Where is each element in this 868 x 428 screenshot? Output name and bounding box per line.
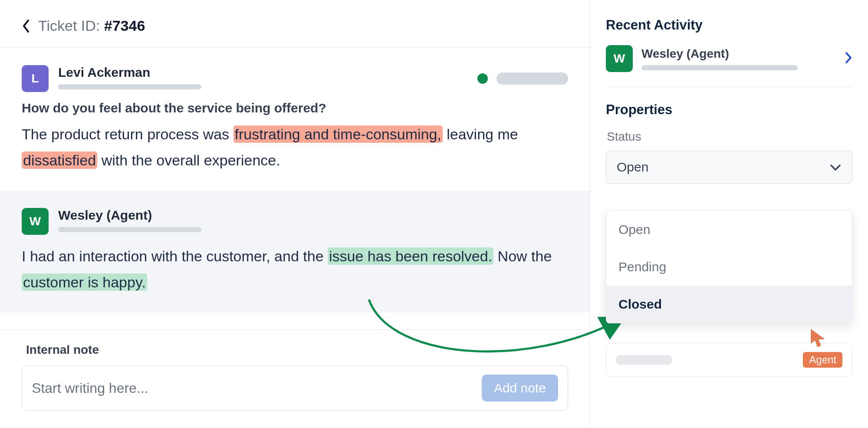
status-option-pending[interactable]: Pending (606, 248, 852, 286)
agent-sender-block: Wesley (Agent) (58, 208, 201, 232)
properties-section: Properties Status Open (606, 87, 852, 184)
agent-message: W Wesley (Agent) I had an interaction wi… (0, 191, 590, 313)
positive-highlight: issue has been resolved. (328, 247, 493, 265)
main-panel: Ticket ID: #7346 L Levi Ackerman How (0, 0, 590, 428)
agent-message-body: I had an interaction with the customer, … (22, 244, 568, 295)
activity-meta-skeleton (641, 65, 798, 70)
positive-highlight: customer is happy. (22, 273, 147, 291)
agent-meta-skeleton (58, 227, 201, 232)
customer-avatar: L (22, 65, 49, 92)
status-select-value: Open (617, 160, 648, 174)
ticket-id-prefix: Ticket ID: (38, 17, 104, 34)
survey-question: How do you feel about the service being … (22, 101, 568, 115)
activity-item[interactable]: W Wesley (Agent) (606, 45, 852, 87)
ticket-header: Ticket ID: #7346 (0, 0, 590, 48)
agent-field[interactable]: Agent (606, 343, 852, 377)
presence-dot-icon (477, 73, 488, 84)
body-text-fragment: with the overall experience. (97, 152, 280, 168)
app-frame: Ticket ID: #7346 L Levi Ackerman How (0, 0, 868, 428)
internal-note-input[interactable] (32, 380, 473, 396)
customer-message-header: L Levi Ackerman (22, 65, 568, 92)
negative-highlight: frustrating and time-consuming, (233, 125, 443, 143)
body-text-fragment: I had an interaction with the customer, … (22, 248, 328, 264)
ticket-id-value: #7346 (104, 17, 145, 34)
status-label: Status (607, 130, 852, 144)
status-select[interactable]: Open (606, 151, 852, 184)
chevron-down-icon (829, 160, 842, 174)
status-dropdown: Open Pending Closed (606, 211, 852, 323)
negative-highlight: dissatisfied (22, 151, 97, 169)
activity-avatar: W (606, 45, 633, 72)
agent-message-header: W Wesley (Agent) (22, 208, 568, 235)
recent-activity-heading: Recent Activity (606, 17, 852, 33)
agent-badge: Agent (803, 352, 842, 368)
agent-avatar: W (22, 208, 49, 235)
presence-label-skeleton (496, 72, 568, 85)
presence-indicator (477, 72, 568, 85)
customer-message: L Levi Ackerman How do you feel about th… (0, 48, 590, 191)
activity-name: Wesley (Agent) (641, 47, 798, 61)
customer-meta-skeleton (58, 84, 201, 89)
sidebar-panel: Recent Activity W Wesley (Agent) Propert… (590, 0, 868, 428)
body-text-fragment: The product return process was (22, 126, 233, 142)
message-list: L Levi Ackerman How do you feel about th… (0, 48, 590, 329)
chevron-right-icon (845, 51, 852, 66)
customer-message-body: The product return process was frustrati… (22, 122, 568, 173)
internal-note-section: Internal note Add note (0, 329, 590, 428)
customer-name: Levi Ackerman (58, 65, 201, 80)
body-text-fragment: leaving me (443, 126, 518, 142)
back-chevron-icon[interactable] (22, 19, 30, 33)
agent-name: Wesley (Agent) (58, 208, 201, 223)
ticket-id-label: Ticket ID: #7346 (38, 17, 145, 34)
internal-note-label: Internal note (26, 343, 568, 357)
properties-heading: Properties (606, 102, 852, 118)
status-option-closed[interactable]: Closed (606, 286, 852, 323)
internal-note-box: Add note (22, 365, 568, 411)
body-text-fragment: Now the (493, 248, 552, 264)
agent-field-skeleton (616, 355, 672, 365)
status-option-open[interactable]: Open (606, 211, 852, 248)
activity-text-block: Wesley (Agent) (641, 47, 798, 70)
customer-sender-block: Levi Ackerman (58, 65, 201, 89)
add-note-button[interactable]: Add note (482, 375, 558, 402)
